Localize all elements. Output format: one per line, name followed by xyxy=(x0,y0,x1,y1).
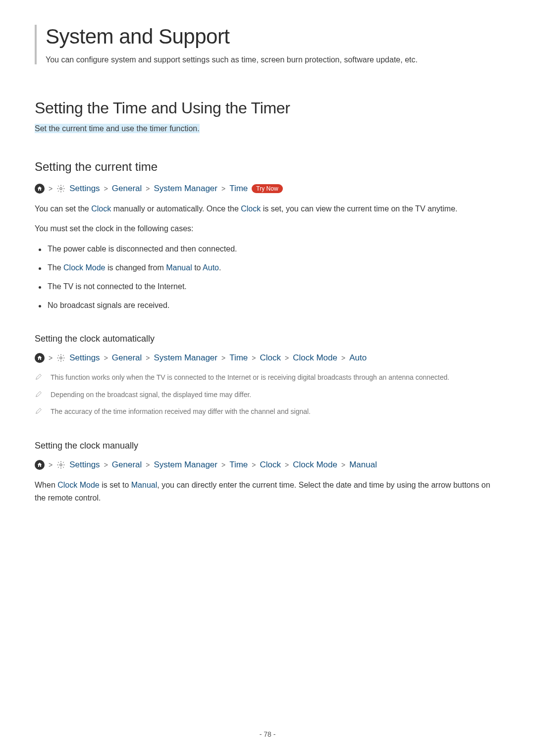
section-subtext: Set the current time and use the timer f… xyxy=(35,124,200,133)
pencil-icon xyxy=(35,407,43,417)
page-title: System and Support xyxy=(46,25,500,49)
svg-point-1 xyxy=(60,357,62,359)
subsection-clock-manual: Setting the clock manually xyxy=(35,441,500,451)
kw-auto: Auto xyxy=(203,263,219,272)
list-item: The TV is not connected to the Internet. xyxy=(48,282,500,291)
chevron-icon: > xyxy=(221,185,225,193)
title-block: System and Support You can configure sys… xyxy=(35,25,500,64)
svg-point-2 xyxy=(60,464,62,466)
home-icon xyxy=(35,184,45,194)
home-icon xyxy=(35,460,45,470)
chevron-icon: > xyxy=(104,461,108,469)
home-icon xyxy=(35,353,45,363)
body-text: You must set the clock in the following … xyxy=(35,222,500,235)
list-item: The Clock Mode is changed from Manual to… xyxy=(48,263,500,272)
section-heading-timer: Setting the Time and Using the Timer xyxy=(35,99,500,117)
nav-clock[interactable]: Clock xyxy=(260,460,281,470)
gear-icon xyxy=(56,460,65,469)
note-text: Depending on the broadcast signal, the d… xyxy=(51,389,251,400)
chevron-icon: > xyxy=(252,461,256,469)
note: Depending on the broadcast signal, the d… xyxy=(35,389,500,400)
gear-icon xyxy=(56,353,65,362)
page-intro: You can configure system and support set… xyxy=(46,55,500,64)
nav-settings[interactable]: Settings xyxy=(69,353,100,363)
chevron-icon: > xyxy=(49,185,53,193)
nav-auto[interactable]: Auto xyxy=(349,353,367,363)
nav-clock[interactable]: Clock xyxy=(260,353,281,363)
note: This function works only when the TV is … xyxy=(35,372,500,383)
chevron-icon: > xyxy=(341,461,345,469)
chevron-icon: > xyxy=(221,354,225,362)
chevron-icon: > xyxy=(252,354,256,362)
chevron-icon: > xyxy=(49,461,53,469)
chevron-icon: > xyxy=(49,354,53,362)
pencil-icon xyxy=(35,373,43,383)
chevron-icon: > xyxy=(146,461,150,469)
nav-system-manager[interactable]: System Manager xyxy=(154,184,217,194)
nav-general[interactable]: General xyxy=(112,353,142,363)
note: The accuracy of the time information rec… xyxy=(35,406,500,417)
nav-general[interactable]: General xyxy=(112,184,142,194)
nav-time[interactable]: Time xyxy=(229,184,248,194)
pencil-icon xyxy=(35,390,43,400)
kw-clock: Clock xyxy=(91,204,111,213)
note-text: The accuracy of the time information rec… xyxy=(51,406,311,417)
nav-time[interactable]: Time xyxy=(229,353,248,363)
breadcrumb: > Settings > General > System Manager > … xyxy=(35,460,500,470)
bullet-list: The power cable is disconnected and then… xyxy=(48,245,500,310)
kw-manual: Manual xyxy=(131,481,157,489)
nav-clock-mode[interactable]: Clock Mode xyxy=(293,460,337,470)
breadcrumb: > Settings > General > System Manager > … xyxy=(35,184,500,194)
nav-system-manager[interactable]: System Manager xyxy=(154,353,217,363)
body-text: You can set the Clock manually or automa… xyxy=(35,202,500,215)
chevron-icon: > xyxy=(146,185,150,193)
list-item: The power cable is disconnected and then… xyxy=(48,245,500,253)
chevron-icon: > xyxy=(341,354,345,362)
nav-clock-mode[interactable]: Clock Mode xyxy=(293,353,337,363)
page-number: - 78 - xyxy=(0,730,535,738)
svg-point-0 xyxy=(60,188,62,190)
list-item: No broadcast signals are received. xyxy=(48,301,500,310)
nav-time[interactable]: Time xyxy=(229,460,248,470)
subsection-current-time: Setting the current time xyxy=(35,160,500,174)
kw-clock: Clock xyxy=(241,204,261,213)
kw-manual: Manual xyxy=(166,263,192,272)
chevron-icon: > xyxy=(146,354,150,362)
chevron-icon: > xyxy=(285,461,289,469)
nav-system-manager[interactable]: System Manager xyxy=(154,460,217,470)
body-text: When Clock Mode is set to Manual, you ca… xyxy=(35,479,500,504)
chevron-icon: > xyxy=(285,354,289,362)
subsection-clock-auto: Setting the clock automatically xyxy=(35,334,500,344)
note-text: This function works only when the TV is … xyxy=(51,372,449,383)
nav-general[interactable]: General xyxy=(112,460,142,470)
try-now-badge[interactable]: Try Now xyxy=(252,184,282,193)
kw-clock-mode: Clock Mode xyxy=(63,263,105,272)
chevron-icon: > xyxy=(104,354,108,362)
chevron-icon: > xyxy=(221,461,225,469)
gear-icon xyxy=(56,184,65,193)
kw-clock-mode: Clock Mode xyxy=(57,481,99,489)
breadcrumb: > Settings > General > System Manager > … xyxy=(35,353,500,363)
nav-settings[interactable]: Settings xyxy=(69,184,100,194)
chevron-icon: > xyxy=(104,185,108,193)
nav-manual[interactable]: Manual xyxy=(349,460,377,470)
nav-settings[interactable]: Settings xyxy=(69,460,100,470)
